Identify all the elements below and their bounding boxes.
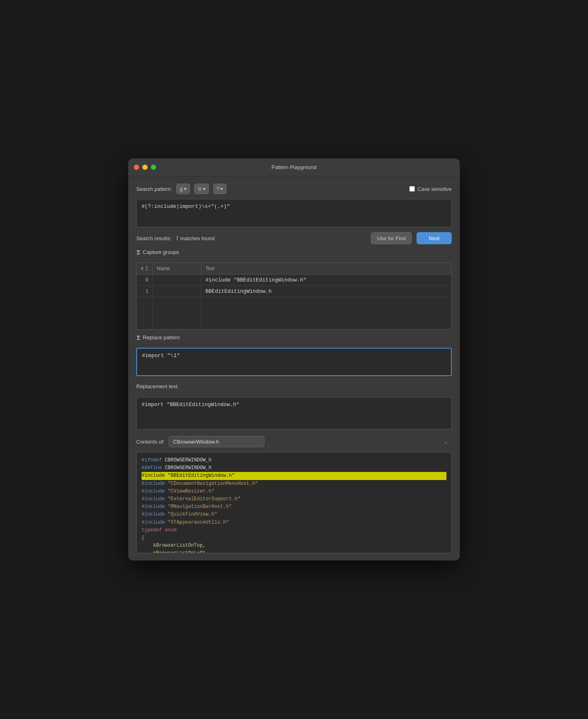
case-sensitive-checkbox[interactable] xyxy=(409,186,415,192)
replace-pattern-header: Replace pattern xyxy=(136,334,452,340)
table-row: 1 BBEditEditingWindow.h xyxy=(137,286,452,297)
code-line: #include "QuickFindView.h" xyxy=(142,511,446,518)
code-line: #include "MNavigationBarHost.h" xyxy=(142,503,446,511)
sort-icon: ▲▼ xyxy=(145,265,148,272)
code-line: #include "BBEditEditingWindow.h" xyxy=(142,472,446,480)
collapse-replace-icon[interactable] xyxy=(136,336,140,340)
code-line: #include "CDocumentNavigationMenuHost.h" xyxy=(142,480,446,488)
code-line: { xyxy=(142,534,446,542)
code-line: typedef enum xyxy=(142,527,446,534)
regex-dropdown-icon: ▾ xyxy=(184,186,186,192)
code-view[interactable]: #ifndef CBROWSERWINDOW_h#define CBROWSER… xyxy=(136,452,452,553)
code-line: #include "CViewResizer.h" xyxy=(142,488,446,495)
pattern-playground-window: Pattern Playground Search pattern: g ▾ ⊙… xyxy=(128,159,460,560)
case-sensitive-row: Case sensitive xyxy=(409,186,452,192)
traffic-lights xyxy=(134,165,156,170)
help-dropdown-icon: ▾ xyxy=(220,186,223,192)
next-button[interactable]: Next xyxy=(417,232,452,244)
window-title: Pattern Playground xyxy=(271,164,316,170)
col-name-header: Name xyxy=(153,263,201,275)
code-line: #ifndef CBROWSERWINDOW_h xyxy=(142,457,446,464)
regex-button[interactable]: g ▾ xyxy=(176,184,190,194)
file-select[interactable]: CBrowserWindow.h BBEditEditingWindow.h C… xyxy=(169,436,264,447)
match-count: 7 matches found xyxy=(176,235,215,241)
code-line: #include "ExternalEditorSupport.h" xyxy=(142,495,446,503)
search-results-row: Search results: 7 matches found Use for … xyxy=(136,232,452,244)
replace-pattern-title: Replace pattern xyxy=(143,334,180,340)
titlebar: Pattern Playground xyxy=(128,159,460,176)
capture-groups-table: # ▲▼ Name Text 0 #include "BBEditEditing… xyxy=(136,262,452,330)
search-pattern-input[interactable]: #(?:include|import)\s+"(.+)" xyxy=(136,199,452,227)
history-dropdown-icon: ▾ xyxy=(203,186,205,192)
contents-of-label: Contents of: xyxy=(136,439,165,445)
replacement-text-output: #import "BBEditEditingWindow.h" xyxy=(136,397,452,429)
code-line: #define CBROWSERWINDOW_h xyxy=(142,464,446,472)
minimize-button[interactable] xyxy=(142,165,148,170)
help-icon: ? xyxy=(217,186,220,192)
table-row: 0 #include "BBEditEditingWindow.h" xyxy=(137,275,452,286)
history-button[interactable]: ⊙ ▾ xyxy=(194,184,209,194)
replace-pattern-input[interactable]: #import "\1" xyxy=(136,348,452,376)
maximize-button[interactable] xyxy=(151,165,156,170)
collapse-icon[interactable] xyxy=(136,250,140,254)
capture-groups-title: Capture groups xyxy=(143,249,179,255)
col-number-header: # ▲▼ xyxy=(137,263,153,275)
table-spacer xyxy=(137,297,452,330)
case-sensitive-label: Case sensitive xyxy=(417,186,452,192)
regex-icon: g xyxy=(180,186,183,192)
close-button[interactable] xyxy=(134,165,139,170)
main-content: Search pattern: g ▾ ⊙ ▾ ? ▾ Case sensiti… xyxy=(128,176,460,560)
replace-pattern-section: Replace pattern #import "\1" xyxy=(136,334,452,378)
capture-groups-header: Capture groups xyxy=(136,249,452,255)
search-pattern-label: Search pattern: xyxy=(136,186,172,192)
help-button[interactable]: ? ▾ xyxy=(213,184,227,194)
use-for-find-button[interactable]: Use for Find xyxy=(371,232,412,244)
replacement-text-label: Replacement text: xyxy=(136,383,179,389)
code-line: kBrowserListOnLeft xyxy=(142,550,446,553)
replacement-text-section: Replacement text: #import "BBEditEditing… xyxy=(136,383,452,431)
file-select-wrapper: CBrowserWindow.h BBEditEditingWindow.h C… xyxy=(169,436,452,447)
capture-groups-section: Capture groups # ▲▼ Name Text xyxy=(136,249,452,330)
history-icon: ⊙ xyxy=(198,186,202,192)
code-line: #include "XTAppearanceUtils.h" xyxy=(142,519,446,527)
contents-of-row: Contents of: CBrowserWindow.h BBEditEdit… xyxy=(136,436,452,447)
search-pattern-row: Search pattern: g ▾ ⊙ ▾ ? ▾ Case sensiti… xyxy=(136,184,452,194)
search-results-label: Search results: 7 matches found xyxy=(136,235,366,241)
col-text-header: Text xyxy=(201,263,452,275)
code-line: kBrowserListOnTop, xyxy=(142,542,446,550)
